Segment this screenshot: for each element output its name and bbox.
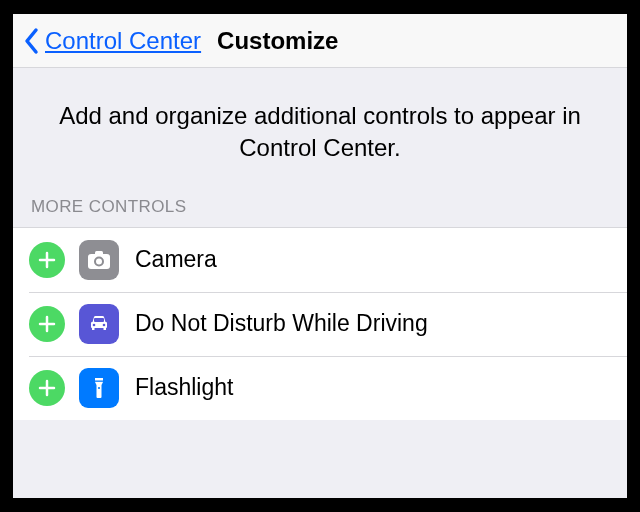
svg-rect-10	[94, 318, 104, 322]
page-title: Customize	[217, 27, 338, 55]
list-item[interactable]: Flashlight	[13, 356, 627, 420]
svg-rect-13	[95, 380, 103, 381]
plus-icon	[38, 379, 56, 397]
plus-icon	[38, 315, 56, 333]
car-icon	[79, 304, 119, 344]
settings-screen: Control Center Customize Add and organiz…	[13, 14, 627, 498]
back-button[interactable]: Control Center	[45, 27, 201, 55]
svg-point-9	[103, 323, 106, 326]
controls-list: Camera Do Not Disturb While Driving	[13, 227, 627, 420]
list-item[interactable]: Camera	[13, 228, 627, 292]
add-button[interactable]	[29, 242, 65, 278]
add-button[interactable]	[29, 306, 65, 342]
list-item[interactable]: Do Not Disturb While Driving	[13, 292, 627, 356]
camera-icon	[79, 240, 119, 280]
list-item-label: Flashlight	[135, 374, 233, 401]
description-text: Add and organize additional controls to …	[13, 68, 627, 189]
navbar: Control Center Customize	[13, 14, 627, 68]
list-item-label: Camera	[135, 246, 217, 273]
section-header-more-controls: MORE CONTROLS	[13, 189, 627, 227]
svg-point-5	[96, 258, 102, 264]
list-item-label: Do Not Disturb While Driving	[135, 310, 428, 337]
svg-point-8	[93, 323, 96, 326]
plus-icon	[38, 251, 56, 269]
back-chevron-icon[interactable]	[23, 27, 39, 55]
svg-point-14	[98, 387, 100, 389]
flashlight-icon	[79, 368, 119, 408]
add-button[interactable]	[29, 370, 65, 406]
svg-rect-3	[95, 251, 103, 256]
